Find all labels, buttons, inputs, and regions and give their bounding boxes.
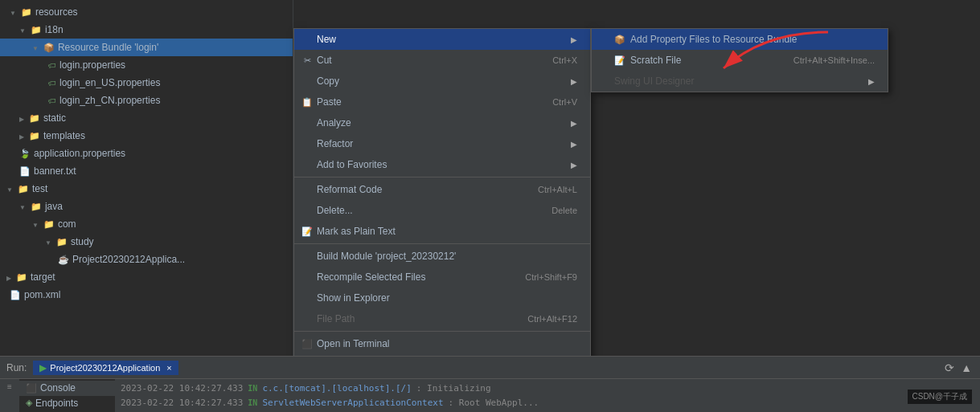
console-area: ≡ ⬛ Console ◈ Endpoints 2023-02-22 10:42… [0,379,980,412]
menu-item-local-history[interactable]: Local History ▶ [294,354,590,356]
java-class-icon: ☕ [58,255,69,265]
run-tab-bar: Run: ▶ Project20230212Application × ⟳ ▲ [0,357,980,379]
properties-zh-icon: 🏷 [48,96,56,105]
tree-label-static: static [43,112,66,124]
delete-shortcut: Delete [552,206,577,215]
menu-item-open-terminal[interactable]: ⬛ Open in Terminal [294,333,590,354]
console-icon: ⬛ [26,383,37,394]
submenu-add-property-label: Add Property Files to Resource Bundle [630,34,797,45]
menu-reformat-label: Reformat Code [317,184,382,195]
endpoints-icon: ◈ [26,398,32,408]
mark-icon: 📝 [301,226,314,237]
menu-file-path-label: File Path [317,313,355,324]
menu-show-explorer-label: Show in Explorer [317,292,390,304]
tree-item-project-app[interactable]: ☕ Project20230212Applica... [0,251,293,268]
menu-item-file-path[interactable]: File Path Ctrl+Alt+F12 [294,308,590,329]
scratch-shortcut: Ctrl+Alt+Shift+Inse... [793,55,875,65]
context-menu-container: New ▶ ✂ Cut Ctrl+X Copy ▶ 📋 [293,28,591,356]
submenu-item-add-property[interactable]: 📦 Add Property Files to Resource Bundle [592,29,888,50]
tree-item-application-properties[interactable]: 🍃 application.properties [0,145,293,162]
up-button[interactable]: ▲ [959,360,974,376]
submenu-item-swing[interactable]: Swing UI Designer ▶ [592,71,888,92]
cut-shortcut: Ctrl+X [552,55,577,65]
endpoints-tab[interactable]: ◈ Endpoints [19,396,115,411]
txt-file-icon: 📄 [19,166,31,177]
menu-item-paste[interactable]: 📋 Paste Ctrl+V [294,92,590,112]
tree-item-test[interactable]: 📁 test [0,180,293,198]
menu-item-recompile[interactable]: Recompile Selected Files Ctrl+Shift+F9 [294,267,590,288]
tree-label-templates: templates [43,130,85,141]
tree-label-resource-bundle: Resource Bundle 'login' [58,42,158,53]
separator-1 [294,177,590,177]
properties-icon: 🏷 [48,61,56,70]
tree-item-login-en-properties[interactable]: 🏷 login_en_US.properties [0,74,293,92]
file-path-shortcut: Ctrl+Alt+F12 [527,314,577,324]
app-properties-icon: 🍃 [19,149,31,159]
menu-item-build[interactable]: Build Module 'project_20230212' [294,246,590,267]
menu-copy-label: Copy [317,75,339,87]
endpoints-label: Endpoints [35,398,78,409]
console-sidebar: ≡ [0,379,19,412]
tree-item-study[interactable]: 📁 study [0,233,293,251]
tree-label-login-zh-properties: login_zh_CN.properties [59,95,160,106]
tree-label-com: com [58,218,76,230]
menu-favorites-label: Add to Favorites [317,159,387,170]
log-line-1: 2023-02-22 10:42:27.433 IN c.c.[tomcat].… [121,381,975,395]
menu-analyze-label: Analyze [317,117,351,128]
menu-item-reformat[interactable]: Reformat Code Ctrl+Alt+L [294,179,590,200]
recompile-shortcut: Ctrl+Shift+F9 [525,272,577,282]
tree-item-resources[interactable]: 📁 resources [0,3,293,21]
bottom-controls: ⟳ ▲ [943,360,974,376]
tree-label-pom-xml: pom.xml [24,289,60,300]
menu-item-mark-plain[interactable]: 📝 Mark as Plain Text [294,221,590,242]
properties-en-icon: 🏷 [48,79,56,88]
new-submenu: 📦 Add Property Files to Resource Bundle … [591,28,888,92]
resource-bundle-icon: 📦 [43,43,55,53]
restart-button[interactable]: ⟳ [943,360,956,376]
tree-item-java[interactable]: 📁 java [0,198,293,215]
tree-item-static[interactable]: 📁 static [0,109,293,127]
paste-shortcut: Ctrl+V [552,97,577,107]
menu-item-add-favorites[interactable]: Add to Favorites ▶ [294,154,590,175]
console-tab[interactable]: ⬛ Console [19,381,115,396]
cut-icon: ✂ [301,55,314,66]
tree-item-login-zh-properties[interactable]: 🏷 login_zh_CN.properties [0,92,293,109]
reformat-shortcut: Ctrl+Alt+L [538,185,577,194]
tree-item-com[interactable]: 📁 com [0,215,293,233]
submenu-item-scratch[interactable]: 📝 Scratch File Ctrl+Alt+Shift+Inse... [592,50,888,71]
copy-submenu-arrow: ▶ [571,77,577,86]
close-tab-button[interactable]: × [166,363,171,373]
refactor-submenu-arrow: ▶ [571,140,577,149]
menu-item-cut[interactable]: ✂ Cut Ctrl+X [294,50,590,71]
menu-item-analyze[interactable]: Analyze ▶ [294,112,590,133]
tree-item-templates[interactable]: 📁 templates [0,127,293,145]
tree-item-pom-xml[interactable]: 📄 pom.xml [0,286,293,304]
menu-item-refactor[interactable]: Refactor ▶ [294,133,590,154]
tree-label-java: java [45,201,63,212]
tree-label-login-properties: login.properties [59,59,125,71]
tree-item-banner-txt[interactable]: 📄 banner.txt [0,162,293,180]
static-folder-icon: 📁 [29,113,40,124]
tree-item-i18n[interactable]: 📁 i18n [0,21,293,39]
menu-mark-label: Mark as Plain Text [317,226,396,237]
run-app-tab[interactable]: ▶ Project20230212Application × [33,361,178,375]
tree-item-login-properties[interactable]: 🏷 login.properties [0,56,293,74]
menu-item-new[interactable]: New ▶ [294,29,590,50]
menu-item-copy[interactable]: Copy ▶ [294,71,590,92]
tree-item-resource-bundle[interactable]: 📦 Resource Bundle 'login' [0,39,293,56]
console-label: Console [40,382,76,394]
menu-cut-label: Cut [317,55,332,66]
menu-item-delete[interactable]: Delete... Delete [294,200,590,221]
menu-item-show-explorer[interactable]: Show in Explorer [294,288,590,308]
swing-submenu-arrow: ▶ [868,77,875,86]
tree-label-test: test [32,183,47,194]
log-time-1: 2023-02-22 10:42:27.433 [121,383,243,394]
tree-item-target[interactable]: 📁 target [0,268,293,286]
log-line-2: 2023-02-22 10:42:27.433 IN ServletWebSer… [121,395,975,410]
menu-build-label: Build Module 'project_20230212' [317,251,456,262]
menu-paste-label: Paste [317,96,342,108]
folder-open-icon: 📁 [21,7,32,18]
app-name-label: Project20230212Application [50,363,160,373]
run-icon: ▶ [39,362,47,373]
separator-2 [294,243,590,244]
